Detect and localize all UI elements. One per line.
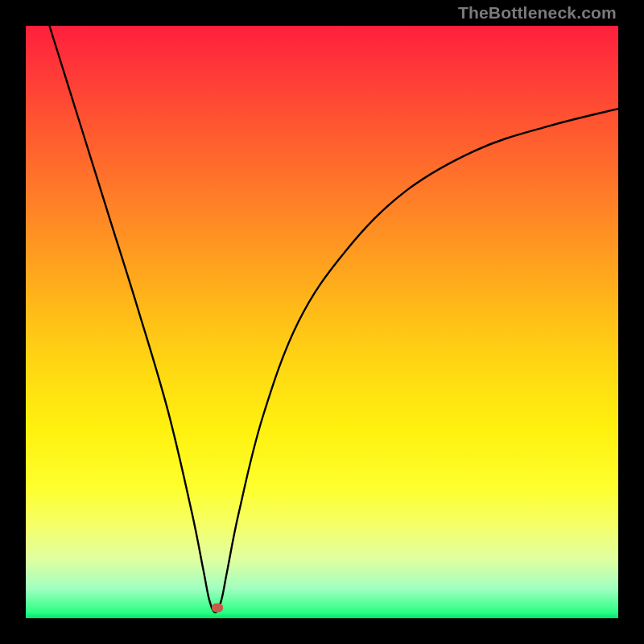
bottleneck-curve [49, 26, 618, 613]
chart-frame: TheBottleneck.com [0, 0, 644, 644]
plot-area [26, 26, 618, 618]
bottleneck-marker [212, 604, 223, 613]
watermark-text: TheBottleneck.com [458, 3, 617, 23]
curve-layer [26, 26, 618, 618]
